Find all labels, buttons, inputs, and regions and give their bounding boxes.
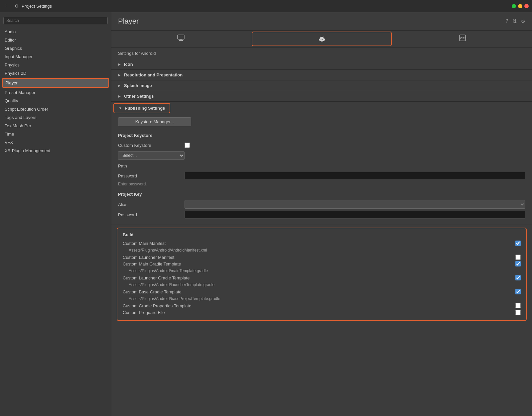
- section-header-publishing[interactable]: ▼ Publishing Settings: [113, 103, 170, 113]
- settings-icon[interactable]: ⚙: [521, 18, 525, 25]
- build-label-4: Custom Base Gradle Template: [123, 289, 515, 294]
- tab-android[interactable]: [252, 32, 392, 46]
- build-checkbox-6[interactable]: [515, 310, 521, 315]
- key-password-row: Password: [118, 211, 525, 219]
- platform-tabs: CSS: [111, 31, 532, 48]
- custom-keystore-label: Custom Keystore: [118, 143, 185, 148]
- path-label: Path: [118, 163, 185, 168]
- build-checkbox-3[interactable]: [515, 275, 521, 280]
- build-item-5: Custom Gradle Properties Template: [123, 303, 521, 308]
- password-row: Password: [118, 172, 525, 180]
- sidebar-item-graphics[interactable]: Graphics: [0, 44, 111, 52]
- menu-dots-icon[interactable]: ⋮: [3, 3, 9, 9]
- project-key-section: Project Key: [118, 189, 525, 198]
- select-row: Select...: [118, 151, 525, 160]
- keystore-password-label: Password: [118, 173, 185, 178]
- section-icon: ▶ Icon: [111, 59, 532, 70]
- close-dot[interactable]: [524, 4, 529, 8]
- build-checkbox-0[interactable]: [515, 241, 521, 246]
- layout-icon[interactable]: ⇅: [512, 18, 517, 25]
- build-label-3: Custom Launcher Gradle Template: [123, 275, 515, 280]
- content-scroll[interactable]: Settings for Android ▶ Icon ▶ Resolution…: [111, 48, 532, 416]
- section-other: ▶ Other Settings: [111, 91, 532, 102]
- enter-password-hint: Enter password.: [118, 182, 525, 189]
- build-checkbox-1[interactable]: [515, 255, 521, 260]
- build-checkbox-5[interactable]: [515, 303, 521, 308]
- build-label-6: Custom Proguard File: [123, 310, 515, 315]
- other-arrow: ▶: [118, 94, 121, 98]
- sidebar-item-xr-plugin-management[interactable]: XR Plugin Management: [0, 147, 111, 155]
- build-item-3: Custom Launcher Gradle Template: [123, 275, 521, 280]
- keystore-manager-button[interactable]: Keystore Manager...: [118, 117, 191, 126]
- section-resolution: ▶ Resolution and Presentation: [111, 70, 532, 80]
- section-header-resolution[interactable]: ▶ Resolution and Presentation: [111, 70, 532, 80]
- sidebar-search-container: [0, 15, 111, 26]
- publishing-arrow: ▼: [119, 106, 122, 110]
- sidebar-item-script-execution-order[interactable]: Script Execution Order: [0, 105, 111, 113]
- keystore-select[interactable]: Select...: [118, 151, 185, 160]
- build-item-4: Custom Base Gradle Template: [123, 289, 521, 294]
- help-icon[interactable]: ?: [505, 18, 508, 24]
- sidebar-item-editor[interactable]: Editor: [0, 36, 111, 44]
- sidebar-item-audio[interactable]: Audio: [0, 28, 111, 36]
- build-path-2: Assets/Plugins/Android/mainTemplate.grad…: [123, 268, 521, 275]
- build-label-5: Custom Gradle Properties Template: [123, 303, 515, 308]
- build-item-2: Custom Main Gradle Template: [123, 261, 521, 266]
- keystore-password-field[interactable]: [185, 172, 525, 180]
- build-checkbox-2[interactable]: [515, 261, 521, 266]
- build-path-4: Assets/Plugins/Android/baseProjectTempla…: [123, 296, 521, 303]
- alias-label: Alias: [118, 202, 185, 207]
- sidebar-item-textmesh-pro[interactable]: TextMesh Pro: [0, 122, 111, 130]
- svg-point-5: [321, 39, 321, 40]
- maximize-dot[interactable]: [512, 4, 516, 8]
- sidebar-item-physics[interactable]: Physics: [0, 61, 111, 69]
- key-password-label: Password: [118, 212, 185, 217]
- alias-dropdown[interactable]: [185, 200, 525, 209]
- svg-rect-10: [319, 39, 320, 41]
- settings-for-label: Settings for Android: [111, 48, 532, 59]
- main-layout: Audio Editor Graphics Input Manager Phys…: [0, 12, 532, 416]
- sidebar-item-preset-manager[interactable]: Preset Manager: [0, 88, 111, 97]
- custom-keystore-checkbox[interactable]: [185, 143, 190, 148]
- svg-rect-1: [180, 40, 182, 40]
- path-row: Path: [118, 162, 525, 170]
- section-title-icon: Icon: [124, 62, 133, 67]
- build-checkbox-4[interactable]: [515, 289, 521, 294]
- build-label-1: Custom Launcher Manifest: [123, 255, 515, 260]
- page-title: Player: [118, 17, 139, 26]
- section-header-other[interactable]: ▶ Other Settings: [111, 91, 532, 101]
- project-keystore-label: Project Keystore: [118, 133, 185, 138]
- icon-arrow: ▶: [118, 62, 121, 66]
- svg-point-6: [322, 39, 323, 40]
- key-password-field[interactable]: [185, 211, 525, 219]
- app-icon: ⚙: [15, 3, 19, 9]
- build-label-0: Custom Main Manifest: [123, 241, 515, 246]
- window-title: Project Settings: [22, 4, 52, 9]
- section-header-icon[interactable]: ▶ Icon: [111, 59, 532, 69]
- sidebar-item-input-manager[interactable]: Input Manager: [0, 52, 111, 61]
- minimize-dot[interactable]: [518, 4, 522, 8]
- tab-webgl[interactable]: CSS: [393, 31, 532, 45]
- project-keystore-section: Project Keystore: [118, 130, 525, 139]
- section-header-splash[interactable]: ▶ Splash Image: [111, 80, 532, 91]
- project-key-label: Project Key: [118, 192, 185, 197]
- search-input[interactable]: [3, 17, 108, 24]
- custom-keystore-row: Custom Keystore: [118, 141, 525, 149]
- content-area: Player ? ⇅ ⚙: [111, 12, 532, 416]
- sidebar-item-player[interactable]: Player: [2, 78, 109, 88]
- section-title-publishing: Publishing Settings: [125, 106, 165, 111]
- sidebar-item-time[interactable]: Time: [0, 130, 111, 138]
- sidebar-item-physics-2d[interactable]: Physics 2D: [0, 69, 111, 77]
- build-item-1: Custom Launcher Manifest: [123, 255, 521, 260]
- svg-rect-11: [324, 39, 325, 41]
- sidebar-item-quality[interactable]: Quality: [0, 97, 111, 105]
- sidebar-item-vfx[interactable]: VFX: [0, 138, 111, 147]
- splash-arrow: ▶: [118, 84, 121, 87]
- section-splash: ▶ Splash Image: [111, 80, 532, 91]
- svg-rect-2: [179, 40, 183, 41]
- section-title-other: Other Settings: [124, 94, 154, 99]
- sidebar-item-tags-and-layers[interactable]: Tags and Layers: [0, 113, 111, 122]
- build-path-3: Assets/Plugins/Android/launcherTemplate.…: [123, 282, 521, 289]
- resolution-arrow: ▶: [118, 73, 121, 77]
- tab-desktop[interactable]: [111, 31, 250, 45]
